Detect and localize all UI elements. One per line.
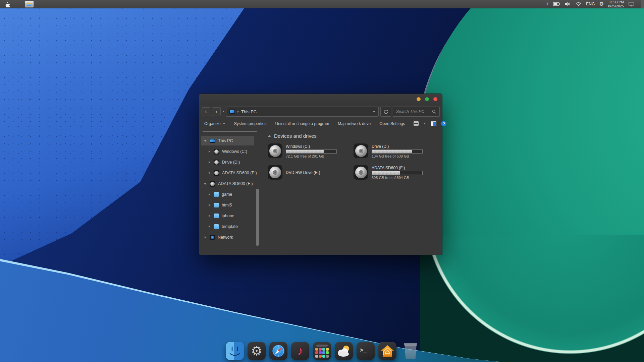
clock[interactable]: 11:33 PM 8/25/2025	[608, 0, 624, 8]
close-button[interactable]	[433, 97, 437, 101]
tree-item-html5[interactable]: html5	[199, 200, 260, 210]
search-box[interactable]: Search This PC	[393, 107, 440, 117]
disk-icon	[210, 181, 215, 187]
drive-tiles: Windows (C:) 72.1 GB free of 291 GB Driv…	[268, 143, 442, 180]
folder-icon	[214, 203, 219, 207]
volume-icon[interactable]	[565, 2, 571, 6]
dock-safari-icon[interactable]	[269, 342, 287, 360]
folder-icon	[214, 192, 219, 197]
maximize-button[interactable]	[425, 97, 429, 101]
map-network-drive-button[interactable]: Map network drive	[338, 121, 371, 126]
drive-icon	[268, 165, 282, 180]
preview-pane-icon[interactable]	[431, 121, 436, 126]
apple-menu-icon[interactable]	[5, 1, 10, 7]
capacity-bar	[286, 149, 337, 154]
drive-icon	[354, 165, 368, 180]
dock-settings-icon[interactable]: ⚙	[248, 342, 266, 360]
dock-music-icon[interactable]: ♪	[291, 342, 309, 360]
show-desktop-strip[interactable]	[641, 0, 644, 8]
file-explorer-icon	[26, 2, 33, 7]
back-button[interactable]: ‹	[202, 107, 210, 116]
language-indicator[interactable]: ENG	[586, 2, 595, 6]
dock-home-icon[interactable]	[378, 342, 396, 360]
folder-tree: This PC Windows (C:) Drive (D:)	[199, 135, 260, 243]
collapse-arrow-icon[interactable]	[209, 161, 210, 164]
tree-item-game[interactable]: game	[199, 189, 260, 200]
drive-icon	[354, 143, 368, 158]
navigation-bar: ‹ › This PC Search This PC	[199, 105, 442, 118]
capacity-bar	[372, 149, 423, 154]
system-tray: +	[546, 0, 644, 8]
help-icon[interactable]: ?	[441, 121, 446, 126]
minimize-button[interactable]	[417, 97, 421, 101]
this-pc-icon	[229, 110, 235, 114]
tree-item-label: ADATA SD600 (F:)	[222, 171, 257, 175]
tree-item-template[interactable]: template	[199, 221, 260, 232]
tree-item-label: This PC	[218, 138, 233, 143]
drive-name: Windows (C:)	[286, 144, 337, 149]
drive-tile-dvd-e[interactable]: DVD RW Drive (E:)	[268, 165, 354, 180]
tree-item-windows-c[interactable]: Windows (C:)	[199, 146, 260, 157]
wallpaper-dark-corner	[420, 235, 644, 362]
action-center-icon[interactable]	[628, 2, 635, 7]
forward-button[interactable]: ›	[212, 107, 221, 116]
tree-item-label: ADATA SD600 (F:)	[218, 181, 253, 186]
window-controls	[417, 97, 437, 101]
dock-weather-icon[interactable]	[335, 342, 353, 360]
collapse-arrow-icon[interactable]	[209, 150, 210, 153]
section-collapse-icon[interactable]	[268, 135, 271, 137]
tree-item-adata-f[interactable]: ADATA SD600 (F:)	[199, 168, 260, 178]
free-space-text: 395 GB free of 894 GB	[372, 176, 423, 180]
collapse-arrow-icon[interactable]	[209, 193, 210, 196]
tree-item-label: Network	[218, 235, 233, 240]
search-icon[interactable]	[432, 110, 436, 114]
window-body: This PC Windows (C:) Drive (D:)	[199, 129, 442, 255]
drive-tile-drive-d[interactable]: Drive (D:) 134 GB free of 638 GB	[354, 143, 439, 159]
expand-arrow-icon[interactable]	[204, 183, 207, 185]
view-dropdown-icon[interactable]	[423, 123, 426, 124]
system-properties-button[interactable]: System properties	[234, 121, 267, 126]
plus-icon[interactable]: +	[546, 1, 549, 7]
dock-finder-icon[interactable]	[226, 342, 244, 360]
file-explorer-taskbar-button[interactable]	[25, 1, 34, 8]
section-header[interactable]: Devices and drives	[268, 133, 442, 139]
dock-trash-icon[interactable]	[403, 342, 418, 360]
organize-button[interactable]: Organize	[204, 121, 225, 126]
collapse-arrow-icon[interactable]	[209, 172, 210, 174]
tree-item-drive-d[interactable]: Drive (D:)	[199, 157, 260, 168]
sidebar-scrollbar[interactable]	[256, 189, 259, 246]
collapse-arrow-icon[interactable]	[205, 236, 206, 239]
navigation-pane: This PC Windows (C:) Drive (D:)	[199, 129, 260, 255]
recent-locations-chevron-icon[interactable]	[222, 111, 224, 112]
address-bar[interactable]: This PC	[226, 107, 379, 117]
dock-launchpad-icon[interactable]	[313, 342, 331, 360]
settings-gear-icon[interactable]: ⚙	[599, 1, 604, 7]
open-settings-button[interactable]: Open Settings	[379, 121, 405, 126]
battery-icon[interactable]	[553, 2, 560, 6]
folder-icon	[214, 224, 219, 229]
network-icon	[210, 235, 215, 240]
drive-name: ADATA SD600 (F:)	[372, 166, 423, 170]
drive-tile-windows-c[interactable]: Windows (C:) 72.1 GB free of 291 GB	[268, 143, 354, 159]
tree-item-label: template	[222, 224, 238, 229]
breadcrumb-arrow-icon	[237, 111, 239, 113]
tree-item-adata-f-expanded[interactable]: ADATA SD600 (F:)	[199, 178, 260, 189]
uninstall-program-button[interactable]: Uninstall or change a program	[275, 121, 329, 126]
computer-icon	[210, 139, 215, 143]
wifi-icon[interactable]	[575, 2, 582, 6]
change-view-icon[interactable]	[414, 121, 419, 126]
tree-item-network[interactable]: Network	[199, 232, 260, 243]
collapse-arrow-icon[interactable]	[209, 215, 210, 217]
tree-item-iphone[interactable]: iphone	[199, 210, 260, 221]
address-dropdown-icon[interactable]	[373, 111, 375, 113]
disk-icon	[214, 160, 219, 165]
section-title: Devices and drives	[274, 133, 317, 139]
collapse-arrow-icon[interactable]	[209, 225, 210, 228]
dock-terminal-icon[interactable]: >_	[357, 342, 375, 360]
refresh-button[interactable]	[380, 107, 391, 117]
tree-item-this-pc[interactable]: This PC	[199, 135, 260, 146]
drive-tile-adata-f[interactable]: ADATA SD600 (F:) 395 GB free of 894 GB	[354, 165, 439, 180]
collapse-arrow-icon[interactable]	[209, 204, 210, 206]
expand-arrow-icon[interactable]	[204, 140, 207, 142]
window-titlebar[interactable]	[199, 94, 442, 105]
